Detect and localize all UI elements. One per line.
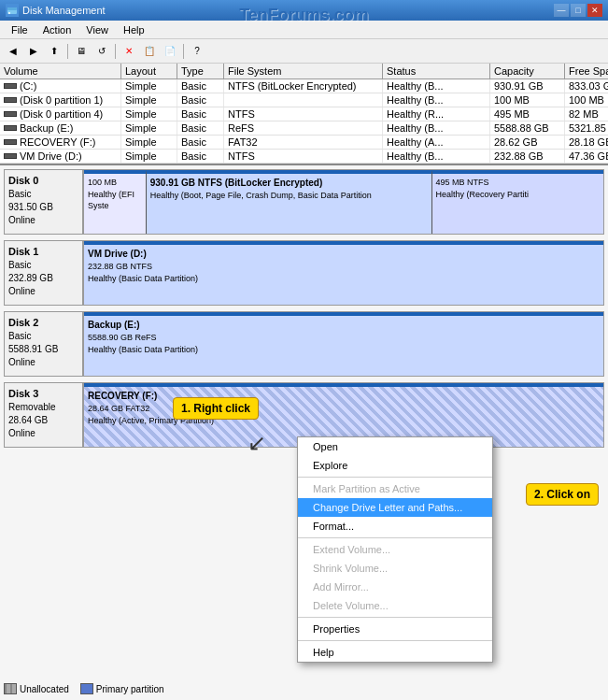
minimize-button[interactable]: — [554, 4, 569, 17]
td-volume: (Disk 0 partition 4) [0, 107, 121, 121]
cm-format[interactable]: Format... [298, 517, 492, 536]
main-content: Volume Layout Type File System Status Ca… [0, 64, 608, 700]
menu-help[interactable]: Help [116, 22, 152, 37]
toolbar-help[interactable]: ? [188, 42, 206, 61]
menu-view[interactable]: View [78, 22, 116, 37]
td-type: Basic [177, 136, 224, 149]
toolbar-back[interactable]: ◀ [4, 42, 22, 61]
callout-right-click: 1. Right click [173, 397, 259, 420]
disk-2-p1-sub: 5588.90 GB ReFS Healthy (Basic Data Part… [88, 332, 600, 355]
col-filesystem: File System [224, 64, 383, 79]
td-layout: Simple [121, 150, 177, 163]
legend-unalloc-icon [4, 683, 17, 694]
toolbar-computer[interactable]: 🖥 [72, 42, 91, 61]
cm-add-mirror[interactable]: Add Mirror... [298, 578, 492, 596]
cm-properties[interactable]: Properties [298, 620, 492, 638]
td-free: 82 MB [565, 107, 608, 121]
legend-primary-label: Primary partition [96, 684, 164, 694]
disk-2-status: Online [8, 357, 35, 367]
td-layout: Simple [121, 136, 177, 149]
title-bar-left: Disk Management [6, 4, 106, 17]
app-icon [6, 4, 19, 17]
col-status: Status [383, 64, 490, 79]
cm-change-drive-letter[interactable]: Change Drive Letter and Paths... [298, 498, 492, 517]
table-body: (C:) Simple Basic NTFS (BitLocker Encryp… [0, 79, 608, 164]
maximize-button[interactable]: □ [571, 4, 586, 17]
disk-2-size: 5588.91 GB [8, 344, 58, 354]
table-row[interactable]: (C:) Simple Basic NTFS (BitLocker Encryp… [0, 79, 608, 93]
td-capacity: 5588.88 GB [490, 121, 565, 135]
disk-0-p2[interactable]: 930.91 GB NTFS (BitLocker Encrypted) Hea… [147, 170, 432, 234]
td-capacity: 930.91 GB [490, 79, 565, 93]
cm-sep2 [298, 537, 492, 538]
toolbar-refresh[interactable]: ↺ [92, 42, 111, 61]
disk-3-status: Online [8, 428, 35, 438]
td-status: Healthy (B... [383, 121, 490, 135]
cm-open[interactable]: Open [298, 437, 492, 456]
cm-extend[interactable]: Extend Volume... [298, 540, 492, 559]
disk-0-partitions: 100 MB Healthy (EFI Syste 930.91 GB NTFS… [83, 169, 604, 235]
td-capacity: 232.88 GB [490, 150, 565, 163]
svg-point-2 [8, 12, 10, 14]
watermark: TenForums.com [239, 6, 369, 25]
table-row[interactable]: (Disk 0 partition 1) Simple Basic Health… [0, 93, 608, 107]
disk-3-type: Removable [8, 402, 56, 412]
toolbar-up[interactable]: ⬆ [45, 42, 64, 61]
cm-explore[interactable]: Explore [298, 456, 492, 475]
window-controls[interactable]: — □ ✕ [554, 4, 602, 17]
disk-3-name: Disk 3 [8, 388, 38, 399]
disk-3-info: Disk 3 Removable 28.64 GB Online [4, 382, 83, 448]
menu-action[interactable]: Action [35, 22, 79, 37]
cm-sep1 [298, 477, 492, 478]
td-layout: Simple [121, 107, 177, 121]
toolbar-forward[interactable]: ▶ [24, 42, 43, 61]
toolbar-copy[interactable]: 📋 [140, 42, 159, 61]
td-free: 833.03 GB [565, 79, 608, 93]
disk-2-p1[interactable]: Backup (E:) 5588.90 GB ReFS Healthy (Bas… [84, 312, 603, 376]
close-button[interactable]: ✕ [587, 4, 602, 17]
td-capacity: 28.62 GB [490, 136, 565, 149]
disk-2-partitions: Backup (E:) 5588.90 GB ReFS Healthy (Bas… [83, 311, 604, 377]
menu-file[interactable]: File [4, 22, 35, 37]
td-status: Healthy (B... [383, 93, 490, 107]
td-filesystem: ReFS [224, 121, 383, 135]
cm-mark-active[interactable]: Mark Partition as Active [298, 479, 492, 498]
toolbar-delete[interactable]: ✕ [120, 42, 138, 61]
disk-2-row: Disk 2 Basic 5588.91 GB Online Backup (E… [4, 311, 604, 377]
table-row[interactable]: RECOVERY (F:) Simple Basic FAT32 Healthy… [0, 136, 608, 150]
td-filesystem: NTFS [224, 150, 383, 163]
cursor-arrow: ↙ [247, 430, 266, 456]
table-row[interactable]: (Disk 0 partition 4) Simple Basic NTFS H… [0, 107, 608, 121]
cm-shrink[interactable]: Shrink Volume... [298, 559, 492, 578]
disk-1-p1-sub: 232.88 GB NTFS Healthy (Basic Data Parti… [88, 261, 600, 284]
col-volume: Volume [0, 64, 121, 79]
col-type: Type [177, 64, 224, 79]
cm-delete[interactable]: Delete Volume... [298, 596, 492, 615]
table-row[interactable]: VM Drive (D:) Simple Basic NTFS Healthy … [0, 150, 608, 164]
disk-2-name: Disk 2 [8, 317, 38, 328]
cm-sep4 [298, 640, 492, 641]
td-free: 28.18 GB [565, 136, 608, 149]
td-type: Basic [177, 79, 224, 93]
td-volume: RECOVERY (F:) [0, 136, 121, 149]
disk-0-info: Disk 0 Basic 931.50 GB Online [4, 169, 83, 235]
td-status: Healthy (B... [383, 150, 490, 163]
disk-1-info: Disk 1 Basic 232.89 GB Online [4, 240, 83, 306]
disk-0-p1[interactable]: 100 MB Healthy (EFI Syste [84, 170, 147, 234]
context-menu[interactable]: Open Explore Mark Partition as Active Ch… [297, 436, 493, 663]
disk-1-p1-label: VM Drive (D:) [88, 248, 600, 261]
td-layout: Simple [121, 93, 177, 107]
disk-0-p1-label: 100 MB [88, 178, 117, 187]
cm-sep3 [298, 617, 492, 618]
window-title: Disk Management [22, 5, 106, 16]
td-free: 47.36 GB [565, 150, 608, 163]
table-row[interactable]: Backup (E:) Simple Basic ReFS Healthy (B… [0, 121, 608, 136]
disk-1-p1[interactable]: VM Drive (D:) 232.88 GB NTFS Healthy (Ba… [84, 241, 603, 305]
disk-area[interactable]: Disk 0 Basic 931.50 GB Online 100 MB Hea… [0, 165, 608, 700]
cm-help[interactable]: Help [298, 643, 492, 662]
disk-0-p3[interactable]: 495 MB NTFS Healthy (Recovery Partiti [432, 170, 603, 234]
disk-2-type: Basic [8, 331, 31, 341]
disk-0-name: Disk 0 [8, 175, 38, 186]
disk-1-status: Online [8, 286, 35, 296]
toolbar-properties[interactable]: 📄 [161, 42, 179, 61]
